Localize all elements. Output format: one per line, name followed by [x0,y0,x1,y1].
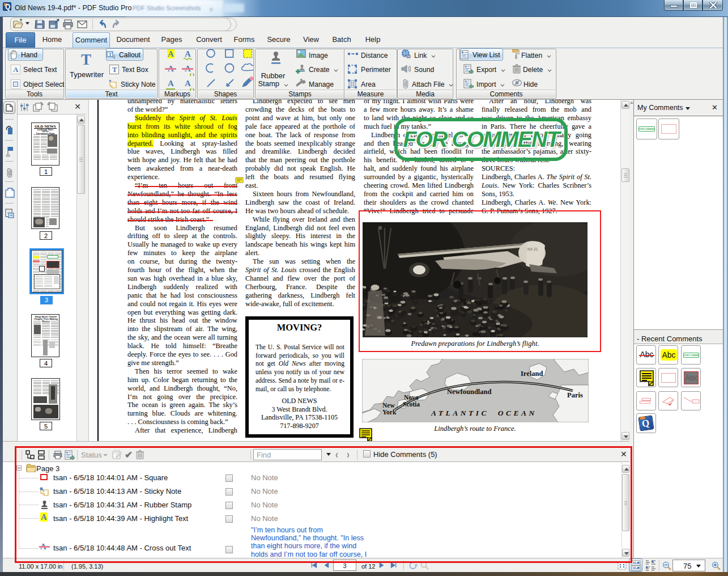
svg-text:New: New [382,402,395,409]
svg-text:York: York [382,409,397,416]
svg-text:T: T [109,52,112,57]
svg-text:Nova: Nova [404,394,419,401]
svg-text:Paris: Paris [567,391,583,399]
svg-text:ATLANTIC OCEAN: ATLANTIC OCEAN [431,409,537,417]
svg-text:Newfoundland: Newfoundland [447,388,492,396]
svg-text:NX-21: NX-21 [527,247,538,251]
svg-text:Ireland: Ireland [521,370,543,378]
svg-text:Scotia: Scotia [403,401,420,408]
